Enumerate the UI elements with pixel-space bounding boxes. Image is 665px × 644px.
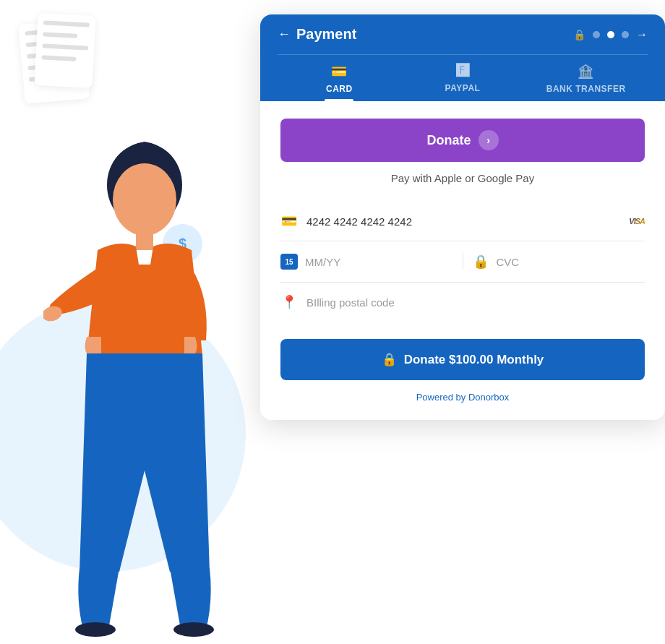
tab-paypal[interactable]: 🅿 PAYPAL	[401, 55, 525, 101]
powered-by-text: Powered by Donorbox	[280, 392, 645, 403]
svg-point-5	[173, 622, 214, 637]
visa-logo: VISA	[629, 217, 645, 226]
payment-card: ← Payment 🔒 → 💳 CARD 🅿 PAYPAL 🏦	[260, 14, 665, 420]
expiry-input[interactable]	[305, 256, 454, 268]
donate-quick-button[interactable]: Donate ›	[280, 119, 645, 162]
calendar-icon: 15	[280, 254, 298, 270]
field-divider	[463, 253, 463, 270]
alternative-pay-text: Pay with Apple or Google Pay	[280, 172, 645, 184]
step-dot-1	[593, 31, 600, 38]
header-top: ← Payment 🔒 →	[278, 26, 648, 43]
svg-rect-2	[136, 232, 153, 250]
header-nav-left: ← Payment	[278, 26, 356, 43]
postal-input[interactable]	[306, 296, 645, 309]
payment-header: ← Payment 🔒 → 💳 CARD 🅿 PAYPAL 🏦	[260, 14, 665, 101]
card-number-row: 💳 VISA	[280, 202, 645, 241]
payment-body: Donate › Pay with Apple or Google Pay 💳 …	[260, 101, 665, 420]
card-icon: 💳	[331, 64, 348, 80]
card-number-input[interactable]	[306, 215, 620, 228]
doc-card-2	[34, 13, 95, 88]
svg-point-1	[113, 163, 176, 236]
expiry-cvc-row: 15 🔒	[280, 241, 645, 283]
step-dot-3	[622, 31, 629, 38]
step-dot-2	[607, 31, 614, 38]
paypal-icon: 🅿	[456, 64, 470, 79]
lock-icon: 🔒	[573, 29, 585, 40]
donate-main-button[interactable]: 🔒 Donate $100.00 Monthly	[280, 339, 645, 380]
svg-point-4	[75, 622, 116, 637]
payment-tabs: 💳 CARD 🅿 PAYPAL 🏦 BANK TRANSFER	[278, 54, 648, 101]
location-icon: 📍	[280, 294, 298, 310]
card-field-icon: 💳	[280, 213, 298, 229]
cvc-input[interactable]	[497, 256, 645, 268]
person-figure	[43, 124, 246, 644]
cvc-lock-icon: 🔒	[472, 254, 489, 270]
tab-paypal-label: PAYPAL	[445, 83, 481, 93]
tab-card-label: CARD	[326, 84, 353, 94]
bank-icon: 🏦	[578, 64, 594, 80]
postal-code-row: 📍	[280, 283, 645, 322]
donate-main-label: Donate $100.00 Monthly	[404, 353, 544, 367]
background-illustration: $ € £	[0, 0, 304, 644]
expiry-field-half: 15	[280, 254, 454, 270]
forward-arrow[interactable]: →	[636, 28, 648, 41]
header-nav-right: 🔒 →	[573, 28, 648, 41]
back-arrow[interactable]: ←	[278, 27, 291, 42]
donate-chevron-icon: ›	[479, 130, 499, 150]
donate-quick-label: Donate	[426, 133, 471, 148]
payment-title: Payment	[296, 26, 356, 43]
tab-card[interactable]: 💳 CARD	[278, 55, 401, 101]
tab-bank[interactable]: 🏦 BANK TRANSFER	[524, 55, 648, 101]
donate-main-lock-icon: 🔒	[382, 352, 397, 367]
tab-bank-label: BANK TRANSFER	[546, 84, 626, 94]
cvc-field-half: 🔒	[472, 254, 645, 270]
